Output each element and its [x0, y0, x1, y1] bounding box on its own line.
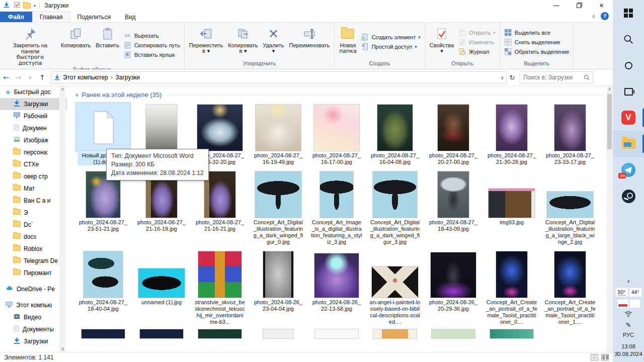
ribbon-button-Простой доступ[interactable]: Простой доступ▾ [361, 43, 421, 51]
file-item[interactable]: photo_2024-08-27_20-27-00.jpg [424, 103, 482, 165]
monitor-widget2-icon[interactable] [630, 300, 640, 308]
taskbar-search-icon[interactable] [613, 26, 644, 52]
help-icon[interactable]: ? [601, 12, 609, 20]
ribbon-button-Снять выделение[interactable]: Снять выделение [504, 38, 570, 46]
tab-Вид[interactable]: Вид [118, 12, 143, 22]
ribbon-button-Журнал[interactable]: Журнал [458, 48, 496, 56]
sidebar-item-Загрузки[interactable]: Загрузки [0, 335, 67, 347]
qat-dropdown-icon[interactable]: ▾ [34, 4, 36, 8]
sidebar-item-Roblox[interactable]: Roblox [0, 243, 67, 255]
file-item[interactable]: photo_2024-08-27_21-16-21.jpg [191, 169, 249, 245]
file-item[interactable] [74, 329, 132, 339]
ribbon-button-Обратить выделение[interactable]: Обратить выделение [504, 48, 570, 56]
ribbon-button-Вставить ярлык[interactable]: Вставить ярлык [124, 51, 180, 59]
ribbon-button-Выделить все[interactable]: Выделить все [504, 29, 570, 37]
file-item[interactable]: photo_2024-08-26_23-04-04.jpg [249, 249, 307, 325]
file-item[interactable]: photo_2024-08-27_18-40-04.jpg [74, 249, 132, 325]
ribbon-button-Переименовать[interactable]: Переименовать [287, 24, 333, 60]
sidebar-item-овер стр[interactable]: овер стр [0, 170, 67, 183]
up-icon[interactable]: ↑ [36, 73, 48, 81]
file-item[interactable]: an-angel-i-painted-loosely-based-on-bibl… [366, 249, 424, 325]
file-item[interactable] [424, 329, 482, 339]
qat-new-folder-icon[interactable] [23, 3, 31, 9]
group-collapse-icon[interactable]: ∨ [75, 92, 78, 98]
file-item[interactable]: photo_2024-08-27_16-17-00.jpg [307, 103, 366, 165]
sidebar-item-Ван С а и[interactable]: Ван С а и [0, 195, 67, 207]
address-dropdown-icon[interactable]: ∨ [501, 75, 504, 80]
qat-properties-icon[interactable] [14, 2, 20, 10]
scrollbar-thumb[interactable] [607, 94, 612, 149]
tab-Главная[interactable]: Главная [32, 11, 70, 22]
sidebar-item-Видео[interactable]: Видео [0, 311, 67, 323]
file-item[interactable]: photo_2024-08-26_20-29-36.jpg [424, 249, 482, 325]
sidebar-item-Этот компью[interactable]: Этот компью [0, 299, 67, 311]
address-box[interactable]: Этот компьютер › Загрузки ∨ [51, 71, 507, 83]
file-item[interactable] [249, 329, 307, 339]
taskbar-cortana-icon[interactable] [613, 52, 644, 78]
clock[interactable]: 13:0830.08.2024 [614, 343, 642, 358]
ribbon-button-Переместить[interactable]: Переместитьв ▾ [187, 24, 225, 60]
file-item[interactable]: photo_2024-08-27_23-33-17.jpg [541, 103, 599, 165]
tab-Поделиться[interactable]: Поделиться [70, 12, 118, 22]
close-button[interactable]: ✕ [590, 0, 613, 11]
file-item[interactable]: photo_2024-08-27_16-19-49.jpg [249, 103, 307, 165]
sidebar-item-Пиромант[interactable]: Пиромант [0, 267, 67, 279]
show-hidden-icons-chevron[interactable]: ‹ [627, 277, 630, 285]
file-item[interactable]: Concept_Art_Create_an_portrait_of_a_fema… [482, 249, 541, 325]
ribbon-button-Новая[interactable]: Новаяпапка [337, 24, 359, 60]
file-item[interactable] [132, 329, 191, 339]
taskbar-taskview-icon[interactable] [613, 78, 644, 105]
sidebar-item-Dc`[interactable]: Dc` [0, 219, 67, 231]
sidebar-item-Докумен[interactable]: Докумен [0, 122, 67, 134]
sidebar-item-персона:[interactable]: персона: [0, 146, 67, 158]
recent-locations-icon[interactable]: ∨ [24, 75, 36, 80]
ribbon-button-Удалить[interactable]: ✕Удалить▾ [261, 24, 287, 60]
details-view-icon[interactable] [591, 354, 598, 360]
ribbon-button-Копировать[interactable]: Копироватьв ▾ [225, 24, 260, 60]
sidebar-item-Изображ[interactable]: Изображ [0, 134, 67, 146]
ribbon-button-Вырезать[interactable]: ✂Вырезать [124, 32, 180, 40]
file-item[interactable]: unnamed (1).jpg [132, 249, 191, 325]
ribbon-button-Вставить[interactable]: Вставить [93, 24, 122, 66]
file-item[interactable]: stranstvie_skvoz_beskonechnost_tekuschij… [191, 249, 249, 325]
file-item[interactable] [307, 329, 366, 339]
tab-Файл[interactable]: Файл [0, 12, 32, 22]
file-item[interactable]: photo_2024-08-27_21-16-19.jpg [132, 169, 191, 245]
temp-widget-2[interactable]: 44° [629, 288, 641, 297]
file-item[interactable]: Concept_Art_Digital_illustration_featuri… [249, 169, 307, 245]
breadcrumb-downloads[interactable]: Загрузки [116, 74, 140, 81]
monitor-widget-icon[interactable] [617, 300, 628, 308]
thumbnails-view-icon[interactable] [601, 354, 609, 360]
file-item[interactable] [191, 329, 249, 339]
file-item[interactable]: photo_2024-08-27_23-51-21.jpg [74, 169, 132, 245]
breadcrumb-this-pc[interactable]: Этот компьютер [63, 74, 108, 81]
back-icon[interactable]: ← [0, 73, 12, 81]
scroll-down-icon[interactable]: ∨ [59, 346, 66, 351]
temp-widget-1[interactable]: 50° [616, 288, 628, 297]
taskbar-win-icon[interactable] [613, 0, 644, 26]
ribbon-button-Создать элемент[interactable]: Создать элемент▾ [361, 33, 421, 41]
sidebar-item-Рабочий[interactable]: Рабочий [0, 110, 67, 122]
taskbar-vivaldi-icon[interactable]: V [613, 105, 644, 131]
file-item[interactable]: photo_2024-08-27_21-30-28.jpg [482, 103, 541, 165]
wifi-icon[interactable] [624, 311, 632, 318]
search-input[interactable] [523, 74, 584, 81]
sidebar-item-СТХе[interactable]: СТХе [0, 158, 67, 170]
restore-button[interactable] [568, 0, 590, 11]
file-item[interactable]: Concept_Art_Digital_illustration_featuri… [366, 169, 424, 245]
content-scrollbar[interactable]: ∧ [606, 86, 613, 352]
taskbar-explorer-icon[interactable] [613, 131, 644, 157]
file-item[interactable]: photo_2024-08-27_16-04-08.jpg [366, 103, 424, 165]
language-indicator[interactable]: РУС [623, 332, 634, 338]
minimize-button[interactable]: — [545, 0, 568, 11]
sidebar-item-Мат[interactable]: Мат [0, 183, 67, 195]
file-item[interactable]: Concept_Art_Create_an_portrait_of_a_fema… [541, 249, 599, 325]
scroll-up-icon[interactable]: ∧ [606, 86, 613, 92]
ribbon-collapse-icon[interactable]: ∧ [592, 13, 596, 20]
file-item[interactable]: Concept_Art_Image_is_a_digital_illustrat… [307, 169, 366, 245]
taskbar-telegram-icon[interactable]: .65 [613, 157, 644, 183]
file-item[interactable]: img93.jpg [482, 169, 541, 245]
ribbon-button-Скопировать путь[interactable]: Скопировать путь [124, 41, 180, 49]
sidebar-item-OneDrive - Pe[interactable]: OneDrive - Pe [0, 283, 67, 295]
sidebar-item-Загрузки[interactable]: Загрузки [0, 98, 67, 110]
